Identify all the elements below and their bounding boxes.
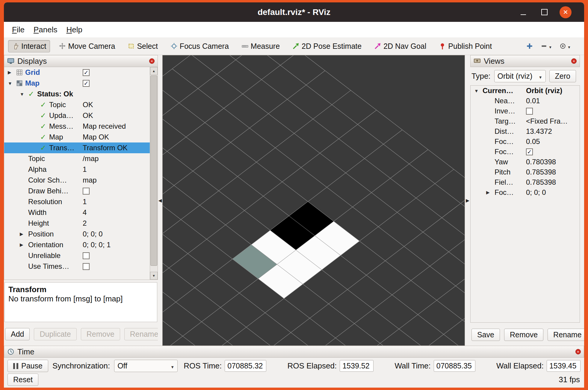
property-value[interactable]: <Fixed Fra… (526, 117, 568, 125)
tree-row-upda[interactable]: Upda…OK (4, 110, 150, 121)
tree-row-fiel[interactable]: Fiel…0.785398 (471, 177, 580, 187)
tool-select[interactable]: Select (124, 40, 161, 52)
tree-row-alpha[interactable]: Alpha1 (4, 164, 150, 175)
minimize-button[interactable] (518, 7, 529, 18)
tree-row-resolution[interactable]: Resolution1 (4, 196, 150, 207)
property-value[interactable]: 0.01 (526, 97, 540, 105)
checkbox-unchecked[interactable] (526, 108, 533, 115)
checkbox-checked[interactable] (83, 69, 90, 76)
displays-scrollbar[interactable] (150, 67, 158, 280)
tree-row-draw-behi[interactable]: Draw Behi… (4, 186, 150, 196)
time-field-value[interactable]: 1539.45 (547, 360, 581, 372)
property-value[interactable]: Map OK (83, 133, 109, 141)
expander-closed-icon[interactable] (20, 231, 28, 237)
tree-row-color-sch[interactable]: Color Sch…map (4, 175, 150, 186)
tree-row-use-times[interactable]: Use Times… (4, 261, 150, 272)
tree-row-map[interactable]: MapMap OK (4, 132, 150, 142)
property-value[interactable]: /map (83, 154, 99, 163)
tree-row-height[interactable]: Height2 (4, 218, 150, 229)
scrollbar-thumb[interactable] (150, 75, 157, 266)
property-value[interactable]: 0.785398 (526, 168, 556, 176)
tree-row-nea[interactable]: Nea…0.01 (471, 96, 580, 106)
checkbox-unchecked[interactable] (83, 188, 90, 195)
tool-publish-point[interactable]: Publish Point (435, 40, 496, 52)
tree-row-status-ok[interactable]: Status: Ok (4, 89, 150, 99)
pause-button[interactable]: Pause (7, 360, 48, 372)
tree-row-topic[interactable]: Topic/map (4, 153, 150, 164)
reset-button[interactable]: Reset (7, 374, 38, 386)
displays-close-icon[interactable] (149, 58, 155, 64)
tool-properties-button[interactable] (559, 43, 571, 50)
tree-row-mess[interactable]: Mess…Map received (4, 121, 150, 132)
tree-row-foc[interactable]: Foc…0.05 (471, 136, 580, 147)
titlebar[interactable]: default.rviz* - RViz (4, 2, 584, 22)
tree-row-unreliable[interactable]: Unreliable (4, 250, 150, 261)
property-value[interactable]: map (83, 176, 97, 184)
right-splitter[interactable] (465, 55, 470, 346)
scroll-down-icon[interactable] (150, 272, 158, 280)
property-value[interactable]: 4 (83, 208, 87, 217)
tool-2d-nav-goal[interactable]: 2D Nav Goal (370, 40, 430, 52)
checkbox-unchecked[interactable] (83, 252, 90, 259)
expander-closed-icon[interactable] (20, 242, 28, 248)
tool-measure[interactable]: Measure (238, 40, 284, 52)
expander-open-icon[interactable] (474, 88, 483, 93)
tool-2d-pose-estimate[interactable]: 2D Pose Estimate (288, 40, 365, 52)
expander-open-icon[interactable] (20, 92, 28, 97)
sync-select[interactable]: Off (114, 360, 178, 372)
property-value[interactable]: OK (83, 111, 93, 120)
add-tool-plus-button[interactable] (526, 43, 533, 50)
3d-viewport[interactable] (162, 55, 465, 346)
property-value[interactable]: 1 (83, 165, 87, 174)
tree-row-curren[interactable]: Curren…Orbit (rviz) (471, 86, 580, 96)
tool-focus-camera[interactable]: Focus Camera (167, 40, 233, 52)
property-value[interactable]: 2 (83, 219, 87, 227)
remove-tool-minus-button[interactable] (540, 43, 552, 50)
time-panel-header[interactable]: Time (4, 346, 584, 358)
time-field-value[interactable]: 070885.32 (225, 360, 266, 372)
collapse-right-icon[interactable] (466, 198, 469, 203)
view-type-select[interactable]: Orbit (rviz) (494, 70, 546, 82)
property-value[interactable]: 13.4372 (526, 127, 552, 136)
tree-row-dist[interactable]: Dist…13.4372 (471, 126, 580, 136)
zero-button[interactable]: Zero (549, 70, 576, 82)
collapse-left-icon[interactable] (158, 198, 162, 203)
property-value[interactable]: 0.780398 (526, 158, 556, 166)
scroll-up-icon[interactable] (150, 67, 158, 75)
property-value[interactable]: 0.785398 (526, 178, 556, 186)
save-button[interactable]: Save (471, 329, 500, 341)
close-button[interactable] (560, 6, 572, 18)
time-field-value[interactable]: 070885.35 (434, 360, 475, 372)
remove-button[interactable]: Remove (504, 329, 543, 341)
property-value[interactable]: OK (83, 101, 93, 109)
tree-row-orientation[interactable]: Orientation0; 0; 0; 1 (4, 239, 150, 250)
tree-row-foc[interactable]: Foc… (471, 147, 580, 157)
tree-row-grid[interactable]: Grid (4, 67, 150, 78)
checkbox-checked[interactable] (526, 148, 533, 155)
tree-row-trans[interactable]: Trans…Transform OK (4, 142, 150, 153)
left-splitter[interactable] (158, 55, 162, 346)
property-value[interactable]: 1 (83, 198, 87, 206)
tree-row-foc[interactable]: Foc…0; 0; 0 (471, 187, 580, 198)
maximize-button[interactable] (539, 7, 550, 18)
expander-open-icon[interactable] (8, 81, 16, 86)
property-value[interactable]: Orbit (rviz) (526, 87, 562, 95)
menu-panels[interactable]: Panels (29, 23, 62, 36)
views-panel-header[interactable]: Views (470, 55, 580, 67)
tree-row-width[interactable]: Width4 (4, 207, 150, 218)
property-value[interactable]: Transform OK (83, 144, 128, 152)
property-value[interactable]: 0; 0; 0 (526, 188, 546, 197)
time-close-icon[interactable] (575, 349, 581, 354)
tree-row-pitch[interactable]: Pitch0.785398 (471, 167, 580, 177)
checkbox-checked[interactable] (83, 80, 90, 87)
menu-file[interactable]: File (7, 23, 29, 36)
add-button[interactable]: Add (5, 328, 30, 340)
property-value[interactable]: 0; 0; 0; 1 (83, 241, 111, 249)
property-value[interactable]: 0.05 (526, 137, 540, 146)
expander-closed-icon[interactable] (8, 70, 16, 75)
menu-help[interactable]: Help (62, 23, 87, 36)
tree-row-inve[interactable]: Inve… (471, 106, 580, 116)
tool-move-camera[interactable]: Move Camera (55, 40, 119, 52)
checkbox-unchecked[interactable] (83, 263, 90, 270)
property-value[interactable]: 0; 0; 0 (83, 230, 103, 238)
